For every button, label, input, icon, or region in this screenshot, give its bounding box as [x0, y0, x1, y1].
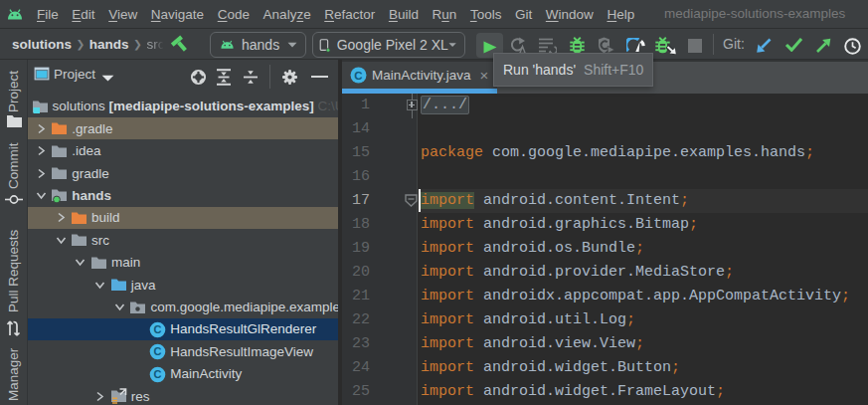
svg-text:C: C [154, 368, 162, 380]
svg-text:C: C [154, 346, 162, 358]
svg-text:C: C [154, 323, 162, 335]
svg-text:C: C [354, 70, 362, 82]
